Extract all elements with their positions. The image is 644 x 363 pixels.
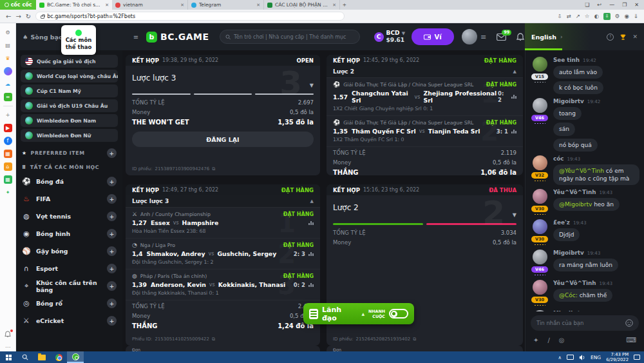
downloads-icon[interactable]: ⇓ xyxy=(634,13,638,19)
chrome-button[interactable] xyxy=(50,351,67,363)
video-download-icon[interactable]: ⇩ xyxy=(603,13,611,20)
volume-icon[interactable] xyxy=(579,355,585,360)
username[interactable]: Yêu^Vô^Tình xyxy=(553,189,596,195)
adblock-shield-icon[interactable]: ◐ xyxy=(594,13,598,19)
shop-app-icon[interactable]: ▦ xyxy=(4,150,12,158)
sidebar-item-league-5[interactable]: Wimbledon Đơn Nữ xyxy=(21,129,118,142)
trophy-icon[interactable] xyxy=(620,34,627,41)
add-shortcut-icon[interactable]: + xyxy=(4,111,12,119)
sidebar-item-league-2[interactable]: Cúp C1 Nam Mỹ xyxy=(21,84,118,97)
chat-close-icon[interactable]: ✕ xyxy=(632,34,638,40)
taskbar-search-button[interactable] xyxy=(17,351,33,363)
window-maximize-button[interactable]: ❐ xyxy=(622,2,627,8)
cart-icon[interactable]: ⌂ xyxy=(4,162,12,171)
refresh-icon[interactable]: ↻ xyxy=(26,13,31,20)
share-icon[interactable]: ↗ xyxy=(576,13,580,19)
more-icon[interactable]: ⋯ xyxy=(4,343,12,351)
new-tab-button[interactable]: + xyxy=(340,0,349,10)
expand-plus-button[interactable]: + xyxy=(107,264,117,273)
mail-button[interactable]: 99 xyxy=(497,34,506,41)
cloud-app-icon[interactable]: ☁ xyxy=(4,80,12,88)
emoji-icon[interactable] xyxy=(625,319,633,327)
browser-extra-icon[interactable]: ❏ xyxy=(585,2,589,8)
tab-close-icon[interactable]: ✕ xyxy=(256,3,260,8)
copy-icon[interactable]: ⧉ xyxy=(413,337,416,342)
sidebar-item-tennis[interactable]: ◍Vợt tennis+ xyxy=(16,208,122,225)
notifications-button[interactable] xyxy=(516,33,524,41)
slash-command-icon[interactable]: ∕ xyxy=(547,337,549,344)
mention[interactable]: @Yêu^Vô^Tình xyxy=(559,168,604,174)
sidebar-item-icehockey[interactable]: ⌖Khúc côn cầu trên băng+ xyxy=(16,277,122,295)
username[interactable]: See tinh xyxy=(553,57,580,63)
profile-menu-icon[interactable]: ≡ xyxy=(480,33,486,41)
tab-close-icon[interactable]: ✕ xyxy=(332,3,336,8)
crown-vip-icon[interactable]: ♛ xyxy=(4,54,12,63)
expand-chevron-icon[interactable]: ▼ xyxy=(310,83,314,88)
stats-icon[interactable] xyxy=(511,95,516,99)
sidebar-item-league-0[interactable]: Quốc gia giải vô địch xyxy=(21,55,118,68)
window-close-button[interactable]: ✕ xyxy=(634,2,639,8)
search-bar[interactable] xyxy=(220,30,360,44)
settings-gear-icon[interactable]: ⚙ xyxy=(4,28,12,37)
chat-language-tab[interactable]: English xyxy=(531,34,556,41)
stats-icon[interactable] xyxy=(511,130,516,133)
coccoc-button[interactable] xyxy=(67,351,84,363)
browser-back-to-icon[interactable]: ↩ xyxy=(597,2,601,8)
nav-casino[interactable]: ♠Sòng bạc xyxy=(23,34,62,41)
sidebar-item-ecricket[interactable]: ⚔eCricket+ xyxy=(16,312,122,329)
file-explorer-button[interactable] xyxy=(33,351,50,363)
collapse-chevron-icon[interactable]: ▲ xyxy=(310,199,314,204)
profile-icon[interactable]: ◉ xyxy=(624,13,629,19)
search-input[interactable] xyxy=(234,34,354,40)
add-preferred-button[interactable]: + xyxy=(107,148,117,158)
user-avatar[interactable] xyxy=(462,29,477,44)
rebet-button[interactable]: ĐĂNG LẠI xyxy=(132,132,314,147)
avatar[interactable] xyxy=(533,98,547,113)
expand-plus-button[interactable]: + xyxy=(107,194,117,204)
sidebar-item-baseball[interactable]: ⚾Gậy bóng+ xyxy=(16,242,122,260)
messenger-icon[interactable] xyxy=(4,67,12,75)
expand-plus-button[interactable]: + xyxy=(107,316,117,326)
expand-plus-button[interactable]: + xyxy=(107,177,117,186)
sidebar-item-basketball[interactable]: ◉Bóng hình+ xyxy=(16,225,122,242)
nav-sports-active[interactable]: Các môn thể thao xyxy=(61,25,96,55)
collapse-chevron-icon[interactable]: ▲ xyxy=(513,69,516,74)
start-button[interactable] xyxy=(0,351,17,363)
facebook-icon[interactable]: f xyxy=(4,137,12,145)
wallet-button[interactable]: Ví xyxy=(412,28,454,45)
username[interactable]: cóc xyxy=(553,155,564,162)
avatar[interactable] xyxy=(533,189,547,204)
chevron-right-icon[interactable]: › xyxy=(560,34,563,40)
notifications-bell-icon[interactable] xyxy=(4,330,12,338)
chat-input-pill[interactable] xyxy=(531,315,639,331)
games-icon[interactable]: ≡ xyxy=(4,93,12,101)
expand-plus-button[interactable]: + xyxy=(107,299,117,308)
save-page-icon[interactable]: ⇩ xyxy=(557,13,562,19)
quick-bet-toggle[interactable] xyxy=(389,309,408,319)
chat-messages[interactable]: V15 See tinh19:42 auto lắm vào k có bọc … xyxy=(526,50,644,311)
sidebar-item-esport[interactable]: ∩Esport+ xyxy=(16,260,122,277)
chat-message-input[interactable] xyxy=(536,320,621,326)
coccoc-brand[interactable]: cốc cốc xyxy=(0,0,36,10)
sidebar-item-league-3[interactable]: Giải vô địch U19 Châu Âu xyxy=(21,99,118,112)
stats-icon[interactable] xyxy=(308,252,314,256)
avatar[interactable] xyxy=(533,250,547,264)
copy-icon[interactable]: ⧉ xyxy=(212,337,215,342)
username[interactable]: Yêu^Vô^Tình xyxy=(553,280,596,286)
avatar[interactable] xyxy=(533,155,547,170)
stats-icon[interactable] xyxy=(308,221,314,225)
avatar[interactable] xyxy=(533,280,547,295)
username[interactable]: £ee'z xyxy=(553,219,570,226)
sidebar-item-league-1[interactable]: World Cup loại vòng, châu Âu xyxy=(21,70,118,83)
sidebar-item-league-4[interactable]: Wimbledon Đơn Nam xyxy=(21,114,118,127)
education-icon[interactable]: ✦ xyxy=(4,188,12,197)
bcgame-logo[interactable]: b BC.GAME xyxy=(146,32,209,43)
extensions-icon[interactable]: ⚙ xyxy=(615,13,620,19)
network-icon[interactable] xyxy=(567,355,574,360)
rain-tip-icon[interactable]: ✦ xyxy=(533,337,538,344)
tab-telegram[interactable]: Telegram✕ xyxy=(188,0,264,10)
avatar[interactable] xyxy=(533,57,547,72)
stats-icon[interactable] xyxy=(308,283,314,287)
language-indicator[interactable]: ENG xyxy=(591,355,601,360)
clock[interactable]: 7:43 PM6/29/2022 xyxy=(606,352,629,363)
